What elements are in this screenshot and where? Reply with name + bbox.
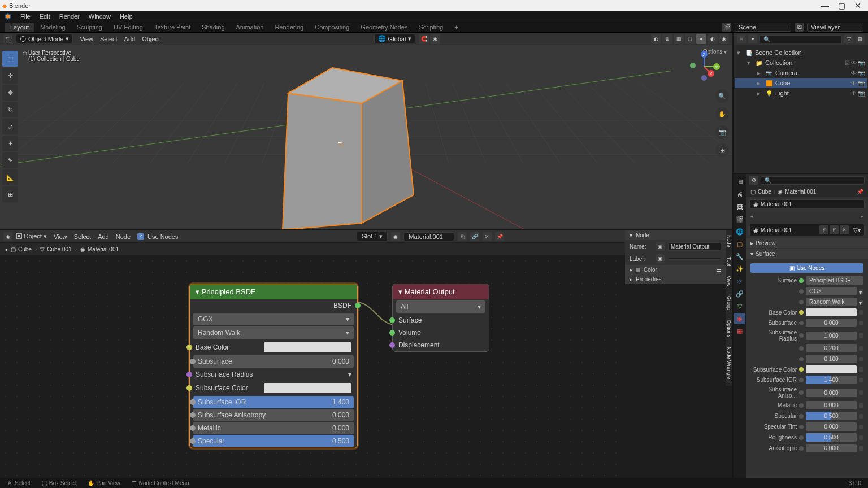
chevron-down-icon[interactable]: ▽▾ [853,227,861,233]
bsdf-subsurface-radius-input[interactable]: Subsurface Radius▾ [190,368,357,381]
shading-rendered[interactable]: ◉ [719,34,729,44]
bsdf-subsurface-slider[interactable]: Subsurface0.000 [193,355,354,368]
texture-tab[interactable]: ▦ [734,325,745,337]
maximize-button[interactable]: ▢ [838,1,845,10]
outliner-item-collection[interactable]: ▾📁Collection☑👁📷 [735,58,867,68]
overlay-toggle[interactable]: ◐ [651,34,661,44]
physics-tab[interactable]: ⚛ [734,276,745,287]
shading-wireframe[interactable]: ⬡ [685,34,695,44]
new-material-icon[interactable]: ⎘ [458,232,467,241]
prop-specular[interactable]: Specular0.500 [750,411,863,421]
new-icon[interactable]: ⎘ [819,225,828,234]
bsdf-metallic-slider[interactable]: Metallic0.000 [193,422,354,434]
subsurface-method-dropdown[interactable]: Random Walk ▾ [193,326,354,339]
workspace-tab-sculpting[interactable]: Sculpting [71,23,108,32]
prop-specular-tint[interactable]: Specular Tint0.000 [750,421,863,432]
pin-icon[interactable]: 📌 [857,189,863,195]
tool-add[interactable]: ⊞ [2,186,18,202]
material-browse-row[interactable]: ◂ ▸ [746,211,868,221]
bsdf-subsurface-ior-slider[interactable]: Subsurface IOR1.400 [193,396,354,408]
prop-subsurface-radius[interactable]: Subsurface Radius1.000 [750,328,863,343]
viewport-menu-object[interactable]: Object [138,34,163,43]
prop-value[interactable]: 0.100 [750,354,863,364]
node-label-field[interactable] [668,258,721,260]
mode-selector[interactable]: 🞅 Object Mode ▾ [16,34,73,43]
viewport-3d[interactable]: ⬚ 🞅 Object Mode ▾ ViewSelectAddObject 🌐 … [0,33,732,230]
editor-type-icon[interactable]: ≡ [737,34,746,43]
outliner-item-camera[interactable]: ▸📷Camera👁📷 [735,68,867,78]
bsdf-specular-slider[interactable]: Specular0.500 [193,435,354,447]
chevron-left-icon[interactable]: ◂ [5,246,7,252]
workspace-tab-animation[interactable]: Animation [231,23,270,32]
modifiers-tab[interactable]: 🔧 [734,251,745,262]
output-tab[interactable]: 🖨 [734,189,745,200]
bsdf-base-color-input[interactable]: Base Color [190,340,357,355]
display-mode-icon[interactable]: ▾ [748,34,757,43]
duplicate-icon[interactable]: ⎘ [830,225,839,234]
tool-transform[interactable]: ✦ [2,136,18,151]
output-volume-input[interactable]: Volume [393,326,489,339]
output-displacement-input[interactable]: Displacement [393,339,489,351]
workspace-tab-texture-paint[interactable]: Texture Paint [149,23,196,32]
camera-view-icon[interactable]: 📷 [715,125,729,139]
target-dropdown[interactable]: All ▾ [396,300,485,313]
workspace-tab-rendering[interactable]: Rendering [269,23,309,32]
orientation-selector[interactable]: 🌐 Global ▾ [374,34,416,43]
slot-selector[interactable]: Slot 1 ▾ [357,232,388,241]
material-datablock-field[interactable]: ◉ Material.001 ⎘ ⎘ ✕ ▽▾ [749,224,865,236]
constraints-tab[interactable]: 🔗 [734,288,745,299]
node-canvas[interactable]: ▾ Principled BSDF BSDF GGX ▾ Random Walk… [0,255,619,478]
menu-edit[interactable]: Edit [35,12,55,21]
node-menu-add[interactable]: Add [94,232,112,241]
editor-type-icon[interactable]: ⚙ [749,176,758,185]
new-collection-icon[interactable]: ⊞ [856,34,865,43]
pin-icon[interactable]: 📌 [495,232,504,241]
unlink-icon[interactable]: ✕ [840,225,849,234]
editor-type-icon[interactable]: ⬚ [3,34,12,43]
use-nodes-checkbox[interactable]: ✓ [137,233,144,240]
tool-rotate[interactable]: ↻ [2,102,18,117]
nav-gizmo[interactable]: Z Y X [687,50,721,84]
scene-tab[interactable]: 🎬 [734,213,745,225]
render-tab[interactable]: 🖥 [734,176,745,188]
delete-icon[interactable]: ✕ [483,232,492,241]
prop-metallic[interactable]: Metallic0.000 [750,400,863,411]
gizmo-toggle[interactable]: ⊕ [662,34,672,44]
outliner-item-cube[interactable]: ▸🟧Cube👁📷 [735,78,867,88]
tool-move[interactable]: ✥ [2,85,18,101]
node-menu-view[interactable]: View [50,232,71,241]
shader-type-selector[interactable]: 🞕 Object ▾ [16,233,47,240]
menu-window[interactable]: Window [84,12,115,21]
side-tab-tool[interactable]: Tool [726,252,732,272]
close-button[interactable]: ✕ [854,1,861,10]
prop-roughness[interactable]: Roughness0.500 [750,432,863,443]
viewport-menu-add[interactable]: Add [121,34,139,43]
output-surface-input[interactable]: Surface [393,314,489,326]
proportional-toggle[interactable]: ◉ [430,34,440,44]
prop-value[interactable]: Random Walk▾ [750,297,863,307]
menu-help[interactable]: Help [115,12,137,21]
viewport-menu-view[interactable]: View [76,34,97,43]
side-tab-node-wrangler[interactable]: Node Wrangler [726,342,732,386]
filter-icon[interactable]: ▽ [844,34,853,43]
prop-anisotropic[interactable]: Anisotropic0.000 [750,443,863,454]
tool-measure[interactable]: 📐 [2,169,18,185]
workspace-tab-layout[interactable]: Layout [5,23,34,32]
workspace-tab-uv-editing[interactable]: UV Editing [108,23,149,32]
prop-subsurface-aniso-[interactable]: Subsurface Aniso...0.000 [750,385,863,400]
side-tab-options[interactable]: Options [726,315,732,342]
workspace-tab-compositing[interactable]: Compositing [309,23,355,32]
color-section-header[interactable]: ▸ Color ☰ [625,265,726,274]
outliner-item-scene-collection[interactable]: ▾📑Scene Collection [735,47,867,58]
tool-select[interactable]: ⬚ [2,51,18,67]
principled-bsdf-node[interactable]: ▾ Principled BSDF BSDF GGX ▾ Random Walk… [189,284,358,448]
material-output-node[interactable]: ▾ Material Output All ▾ SurfaceVolumeDis… [392,284,489,352]
side-tab-view[interactable]: View [726,271,732,291]
outliner-item-light[interactable]: ▸💡Light👁📷 [735,88,867,98]
list-icon[interactable]: ☰ [716,267,721,273]
snap-toggle[interactable]: 🧲 [419,34,429,44]
material-slot-field[interactable]: ◉ Material.001 [749,199,865,209]
material-tab[interactable]: ◉ [734,313,745,324]
workspace-tab-scripting[interactable]: Scripting [413,23,449,32]
world-tab[interactable]: 🌐 [734,226,745,237]
